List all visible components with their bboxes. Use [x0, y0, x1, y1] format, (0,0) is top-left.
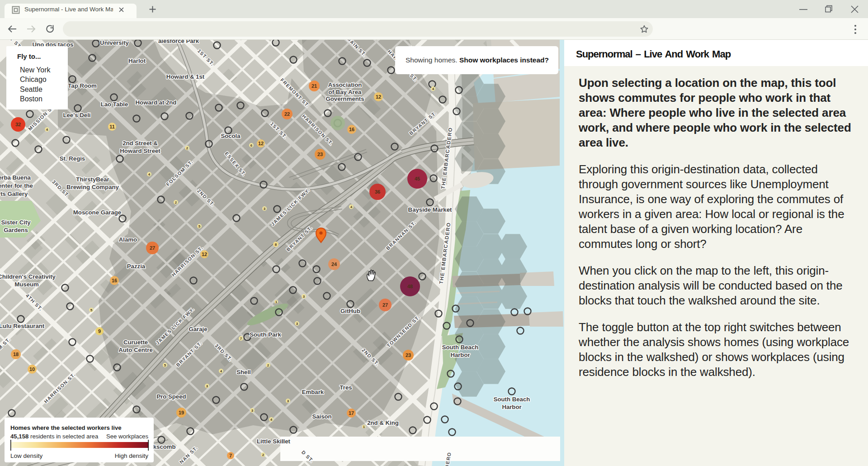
- svg-text:3: 3: [264, 207, 266, 211]
- svg-text:27: 27: [382, 302, 388, 308]
- svg-text:5: 5: [198, 224, 201, 228]
- svg-text:South Beach: South Beach: [442, 344, 479, 351]
- svg-text:48: 48: [407, 284, 413, 289]
- svg-text:University: University: [100, 40, 129, 46]
- svg-text:24: 24: [331, 262, 337, 267]
- svg-text:23: 23: [317, 152, 323, 157]
- svg-text:16: 16: [349, 127, 354, 132]
- svg-text:Children's Creativity: Children's Creativity: [0, 273, 56, 280]
- svg-text:10: 10: [29, 366, 35, 372]
- svg-text:Association: Association: [328, 81, 362, 88]
- svg-text:Governments: Governments: [326, 95, 364, 102]
- svg-text:rts Gallery: rts Gallery: [0, 190, 28, 197]
- svg-text:11: 11: [109, 124, 115, 129]
- svg-text:Moscone Garage: Moscone Garage: [73, 209, 121, 216]
- svg-text:2: 2: [262, 453, 264, 457]
- svg-text:3: 3: [287, 399, 289, 403]
- svg-text:enter for the: enter for the: [0, 182, 33, 189]
- svg-text:ThirstyBear: ThirstyBear: [76, 176, 109, 183]
- svg-text:Alamo: Alamo: [119, 236, 137, 243]
- svg-text:4: 4: [148, 172, 151, 176]
- svg-text:Tap Room: Tap Room: [68, 82, 97, 89]
- svg-text:Little Skillet: Little Skillet: [257, 438, 291, 445]
- svg-text:22: 22: [284, 111, 290, 117]
- svg-text:Socola: Socola: [221, 133, 241, 139]
- svg-text:Tres: Tres: [340, 384, 352, 391]
- svg-text:Museum: Museum: [14, 281, 39, 288]
- svg-text:South Beach: South Beach: [494, 396, 530, 403]
- svg-text:7: 7: [240, 337, 242, 341]
- svg-text:2: 2: [267, 363, 269, 367]
- svg-text:12: 12: [258, 141, 264, 146]
- svg-text:2nd & King: 2nd & King: [367, 419, 399, 426]
- svg-text:Howard & 1st: Howard & 1st: [166, 73, 205, 80]
- svg-text:Sister City: Sister City: [1, 219, 31, 226]
- svg-text:23: 23: [406, 352, 411, 358]
- svg-text:Pro Speed: Pro Speed: [156, 393, 186, 400]
- svg-text:Curuette: Curuette: [123, 339, 148, 346]
- svg-text:7: 7: [229, 453, 232, 458]
- svg-text:Lulu Restaurant: Lulu Restaurant: [0, 323, 45, 329]
- svg-text:Embark: Embark: [302, 389, 324, 395]
- svg-text:GitHub: GitHub: [340, 308, 360, 314]
- svg-text:Garaje: Garaje: [189, 326, 207, 333]
- svg-text:12: 12: [202, 252, 207, 257]
- svg-text:3: 3: [296, 322, 298, 326]
- svg-text:Lee's Deli: Lee's Deli: [63, 112, 90, 119]
- svg-text:Saison: Saison: [312, 413, 331, 420]
- svg-text:Harlot: Harlot: [128, 57, 146, 64]
- svg-text:3: 3: [206, 384, 208, 388]
- svg-text:4: 4: [220, 369, 222, 373]
- svg-text:2nd Street &: 2nd Street &: [123, 140, 158, 147]
- svg-text:Shell: Shell: [236, 369, 251, 376]
- svg-text:Pazzia: Pazzia: [127, 263, 146, 270]
- svg-text:Auto Centre: Auto Centre: [118, 347, 152, 353]
- svg-text:Howard at 2nd: Howard at 2nd: [136, 99, 177, 106]
- svg-text:4: 4: [432, 87, 434, 91]
- svg-text:18: 18: [13, 352, 19, 357]
- svg-text:alesforce Park: alesforce Park: [158, 40, 199, 44]
- svg-text:45: 45: [415, 176, 420, 181]
- svg-text:St. Regis: St. Regis: [60, 155, 85, 162]
- svg-text:6: 6: [250, 143, 253, 147]
- svg-text:8: 8: [275, 243, 277, 247]
- svg-text:16: 16: [112, 278, 117, 283]
- svg-text:Brewing Company: Brewing Company: [66, 184, 119, 190]
- svg-text:of Bay Area: of Bay Area: [329, 89, 362, 95]
- svg-text:4: 4: [270, 418, 273, 422]
- svg-text:erba Buena: erba Buena: [0, 174, 31, 181]
- svg-text:Lao Table: Lao Table: [101, 101, 128, 108]
- svg-text:2: 2: [175, 200, 177, 204]
- svg-text:32: 32: [15, 122, 21, 127]
- svg-text:South Park: South Park: [250, 331, 281, 338]
- svg-text:Bayside Market: Bayside Market: [408, 206, 452, 213]
- svg-text:3: 3: [303, 295, 305, 299]
- svg-text:5: 5: [164, 363, 166, 367]
- svg-text:3: 3: [251, 409, 254, 413]
- svg-text:1: 1: [363, 425, 365, 429]
- svg-text:17: 17: [349, 410, 354, 416]
- svg-text:12: 12: [376, 94, 381, 100]
- svg-text:21: 21: [311, 83, 317, 89]
- svg-text:Gardens: Gardens: [4, 227, 28, 233]
- svg-text:5: 5: [90, 308, 93, 312]
- svg-text:9: 9: [98, 328, 101, 334]
- svg-text:Howard Street: Howard Street: [120, 147, 160, 154]
- svg-text:19: 19: [179, 410, 184, 415]
- svg-text:4: 4: [350, 205, 353, 209]
- svg-text:27: 27: [150, 245, 155, 251]
- svg-text:Harbor: Harbor: [450, 352, 470, 358]
- svg-text:1: 1: [275, 300, 278, 304]
- svg-text:Harbor: Harbor: [502, 404, 521, 410]
- svg-text:4: 4: [46, 128, 48, 132]
- svg-text:36: 36: [375, 189, 380, 195]
- svg-text:2: 2: [186, 146, 189, 150]
